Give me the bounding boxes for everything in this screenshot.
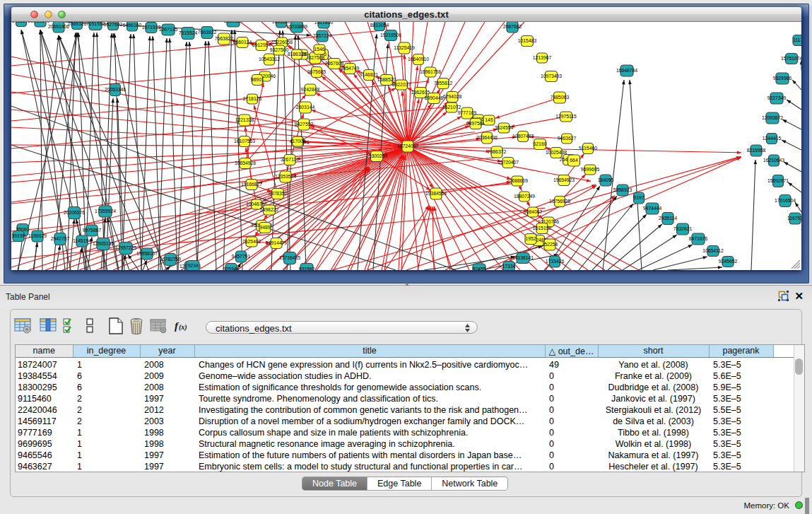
svg-text:3675685: 3675685 (307, 69, 326, 74)
svg-text:19958107: 19958107 (136, 251, 158, 256)
svg-text:1244415: 1244415 (763, 136, 782, 141)
svg-text:1921850: 1921850 (314, 22, 334, 25)
svg-text:1213967: 1213967 (533, 55, 552, 60)
svg-text:1065326: 1065326 (68, 22, 87, 26)
svg-text:8322037: 8322037 (392, 82, 411, 87)
svg-text:8471676: 8471676 (689, 236, 708, 241)
svg-text:9329966: 9329966 (773, 76, 792, 81)
svg-text:16033809: 16033809 (286, 24, 307, 29)
svg-text:10025438: 10025438 (546, 150, 567, 155)
svg-text:15720407: 15720407 (498, 160, 519, 165)
svg-text:2803144: 2803144 (296, 105, 315, 110)
svg-text:2718126: 2718126 (243, 96, 262, 101)
svg-text:5498222: 5498222 (260, 207, 279, 212)
svg-text:1588520: 1588520 (377, 77, 396, 82)
svg-text:9327500: 9327500 (270, 47, 289, 52)
svg-text:2087682: 2087682 (503, 24, 522, 29)
svg-text:8878352: 8878352 (269, 191, 288, 196)
svg-text:9975867: 9975867 (83, 228, 102, 233)
svg-text:7663822: 7663822 (198, 30, 217, 35)
svg-text:1221338: 1221338 (235, 117, 254, 122)
svg-text:9227349: 9227349 (767, 95, 787, 100)
svg-text:7632621: 7632621 (673, 226, 693, 231)
svg-text:7625402: 7625402 (242, 239, 261, 244)
svg-text:16648784: 16648784 (616, 68, 637, 73)
svg-text:10688609: 10688609 (507, 178, 528, 183)
svg-text:19384554: 19384554 (425, 191, 447, 196)
svg-text:6466160: 6466160 (123, 23, 142, 28)
svg-text:20364436: 20364436 (476, 135, 498, 140)
svg-text:1733426: 1733426 (546, 259, 565, 264)
svg-text:8660124: 8660124 (233, 40, 252, 45)
svg-text:9234: 9234 (187, 263, 198, 268)
svg-text:9084067: 9084067 (524, 209, 543, 214)
svg-text:1071918: 1071918 (142, 25, 161, 30)
svg-text:9457791: 9457791 (232, 254, 251, 259)
svg-text:17957225: 17957225 (115, 245, 136, 250)
svg-text:417006: 417006 (290, 139, 306, 144)
svg-text:15692971: 15692971 (767, 178, 789, 183)
svg-text:18724007: 18724007 (397, 144, 418, 148)
svg-text:9463627: 9463627 (558, 136, 577, 141)
svg-text:1067135: 1067135 (159, 27, 178, 32)
svg-text:25300295: 25300295 (366, 153, 387, 158)
svg-text:1145194: 1145194 (73, 238, 91, 243)
svg-text:9245652: 9245652 (719, 259, 738, 264)
svg-text:1952: 1952 (525, 236, 536, 241)
svg-text:12975115: 12975115 (555, 114, 577, 119)
svg-text:7151552: 7151552 (86, 22, 105, 26)
svg-text:8660124: 8660124 (224, 22, 243, 23)
svg-text:11325419: 11325419 (394, 45, 415, 50)
svg-text:3267110: 3267110 (281, 157, 299, 162)
svg-text:16914479: 16914479 (266, 240, 287, 245)
svg-text:20053346: 20053346 (105, 87, 126, 92)
svg-text:15716485: 15716485 (279, 255, 300, 260)
svg-text:2867608: 2867608 (325, 61, 344, 66)
svg-text:9699695: 9699695 (581, 167, 600, 172)
svg-text:11174: 11174 (793, 37, 801, 42)
svg-text:9327508: 9327508 (306, 55, 325, 60)
svg-text:9115460: 9115460 (579, 146, 597, 151)
svg-text:62160: 62160 (534, 141, 547, 146)
svg-text:16107553: 16107553 (234, 139, 255, 144)
svg-text:(x): (x) (179, 323, 187, 332)
svg-text:17334: 17334 (502, 264, 516, 269)
svg-text:145: 145 (485, 117, 493, 122)
svg-text:7357224: 7357224 (313, 33, 332, 38)
svg-text:1015483: 1015483 (518, 38, 537, 43)
svg-text:10973493: 10973493 (541, 74, 562, 78)
svg-text:1156829: 1156829 (28, 233, 47, 238)
svg-text:20691406: 20691406 (48, 24, 69, 29)
svg-text:931562: 931562 (299, 267, 315, 270)
svg-text:8215958: 8215958 (747, 148, 766, 153)
svg-text:1615152: 1615152 (533, 226, 552, 230)
svg-text:39159: 39159 (12, 233, 25, 238)
svg-text:2069140: 2069140 (31, 22, 50, 23)
svg-text:10543312: 10543312 (259, 57, 280, 62)
svg-text:19654923: 19654923 (553, 177, 575, 182)
svg-text:1527602: 1527602 (104, 22, 123, 27)
svg-text:17359924: 17359924 (95, 209, 116, 214)
svg-text:164095: 164095 (598, 177, 614, 182)
svg-text:7955812: 7955812 (434, 81, 453, 86)
svg-text:8427552: 8427552 (295, 122, 314, 127)
svg-text:1362615: 1362615 (411, 90, 430, 95)
svg-text:8813054: 8813054 (370, 23, 389, 28)
svg-text:9146821: 9146821 (360, 72, 379, 77)
svg-text:12353594: 12353594 (275, 174, 296, 179)
svg-text:925346: 925346 (223, 267, 240, 270)
svg-text:10807487: 10807487 (512, 134, 534, 139)
svg-text:92455: 92455 (473, 267, 486, 270)
svg-text:1546: 1546 (314, 47, 324, 52)
svg-text:8454749: 8454749 (341, 66, 360, 71)
svg-text:9242848: 9242848 (301, 87, 320, 92)
svg-text:98901: 98901 (251, 77, 264, 82)
svg-text:19218506: 19218506 (380, 33, 401, 37)
svg-text:20206576: 20206576 (64, 210, 85, 215)
svg-text:16782759: 16782759 (160, 257, 181, 262)
svg-text:12093872: 12093872 (762, 115, 783, 120)
svg-text:3624554: 3624554 (495, 125, 514, 130)
svg-text:10654112: 10654112 (702, 248, 724, 253)
svg-text:9474444: 9474444 (643, 206, 662, 211)
svg-text:8186328: 8186328 (288, 52, 307, 57)
